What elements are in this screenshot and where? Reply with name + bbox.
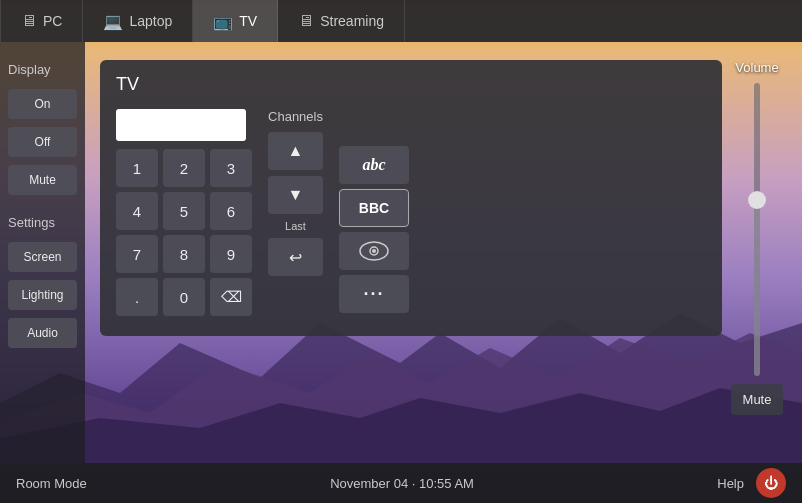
tab-pc-label: PC [43, 13, 62, 29]
datetime-display: November 04 · 10:55 AM [330, 476, 474, 491]
tv-panel: TV 1 2 3 4 5 6 7 8 9 . 0 ⌫ Channels ▲ [100, 60, 722, 336]
numpad-grid: 1 2 3 4 5 6 7 8 9 . 0 ⌫ [116, 149, 252, 316]
display-section-title: Display [8, 62, 77, 77]
volume-slider[interactable] [754, 83, 760, 376]
cbs-logo-button[interactable] [339, 232, 409, 270]
tv-icon: 📺 [213, 12, 233, 31]
pc-icon: 🖥 [21, 12, 37, 30]
numpad-dot[interactable]: . [116, 278, 158, 316]
tv-panel-body: 1 2 3 4 5 6 7 8 9 . 0 ⌫ Channels ▲ ▼ Las… [116, 109, 706, 316]
volume-mute-button[interactable]: Mute [731, 384, 784, 415]
volume-label: Volume [735, 60, 778, 75]
settings-screen-button[interactable]: Screen [8, 242, 77, 272]
top-navigation: 🖥 PC 💻 Laptop 📺 TV 🖥 Streaming [0, 0, 802, 42]
power-icon: ⏻ [764, 475, 778, 491]
numpad-0[interactable]: 0 [163, 278, 205, 316]
room-mode-label[interactable]: Room Mode [16, 476, 87, 491]
volume-thumb[interactable] [748, 191, 766, 209]
settings-section-title: Settings [8, 215, 77, 230]
last-label: Last [285, 220, 306, 232]
numpad-area: 1 2 3 4 5 6 7 8 9 . 0 ⌫ [116, 109, 252, 316]
numpad-9[interactable]: 9 [210, 235, 252, 273]
tab-pc[interactable]: 🖥 PC [0, 0, 83, 42]
volume-fill [754, 200, 760, 376]
numpad-8[interactable]: 8 [163, 235, 205, 273]
cbs-eye-icon [358, 239, 390, 263]
power-button[interactable]: ⏻ [756, 468, 786, 498]
help-label[interactable]: Help [717, 476, 744, 491]
numpad-2[interactable]: 2 [163, 149, 205, 187]
volume-area: Volume Mute [732, 60, 782, 423]
channel-input[interactable] [116, 109, 246, 141]
tab-streaming-label: Streaming [320, 13, 384, 29]
numpad-4[interactable]: 4 [116, 192, 158, 230]
tab-tv-label: TV [239, 13, 257, 29]
settings-audio-button[interactable]: Audio [8, 318, 77, 348]
bottom-bar: Room Mode November 04 · 10:55 AM Help ⏻ [0, 463, 802, 503]
numpad-5[interactable]: 5 [163, 192, 205, 230]
display-off-button[interactable]: Off [8, 127, 77, 157]
channel-area: Channels ▲ ▼ Last ↩ [268, 109, 323, 316]
tv-panel-title: TV [116, 74, 706, 95]
channel-up-button[interactable]: ▲ [268, 132, 323, 170]
display-mute-button[interactable]: Mute [8, 165, 77, 195]
tab-laptop[interactable]: 💻 Laptop [83, 0, 193, 42]
numpad-3[interactable]: 3 [210, 149, 252, 187]
svg-point-5 [372, 249, 376, 253]
numpad-1[interactable]: 1 [116, 149, 158, 187]
abc-logo-button[interactable]: abc [339, 146, 409, 184]
logos-area: abc BBC ··· [339, 109, 409, 316]
bottom-right-controls: Help ⏻ [717, 468, 786, 498]
bbc-logo-button[interactable]: BBC [339, 189, 409, 227]
left-sidebar: Display On Off Mute Settings Screen Ligh… [0, 42, 85, 463]
laptop-icon: 💻 [103, 12, 123, 31]
tab-streaming[interactable]: 🖥 Streaming [278, 0, 405, 42]
tab-tv[interactable]: 📺 TV [193, 0, 278, 42]
tab-laptop-label: Laptop [129, 13, 172, 29]
back-button[interactable]: ↩ [268, 238, 323, 276]
settings-lighting-button[interactable]: Lighting [8, 280, 77, 310]
numpad-backspace[interactable]: ⌫ [210, 278, 252, 316]
channel-down-button[interactable]: ▼ [268, 176, 323, 214]
numpad-6[interactable]: 6 [210, 192, 252, 230]
more-channels-button[interactable]: ··· [339, 275, 409, 313]
display-on-button[interactable]: On [8, 89, 77, 119]
streaming-icon: 🖥 [298, 12, 314, 30]
channels-label: Channels [268, 109, 323, 124]
numpad-7[interactable]: 7 [116, 235, 158, 273]
